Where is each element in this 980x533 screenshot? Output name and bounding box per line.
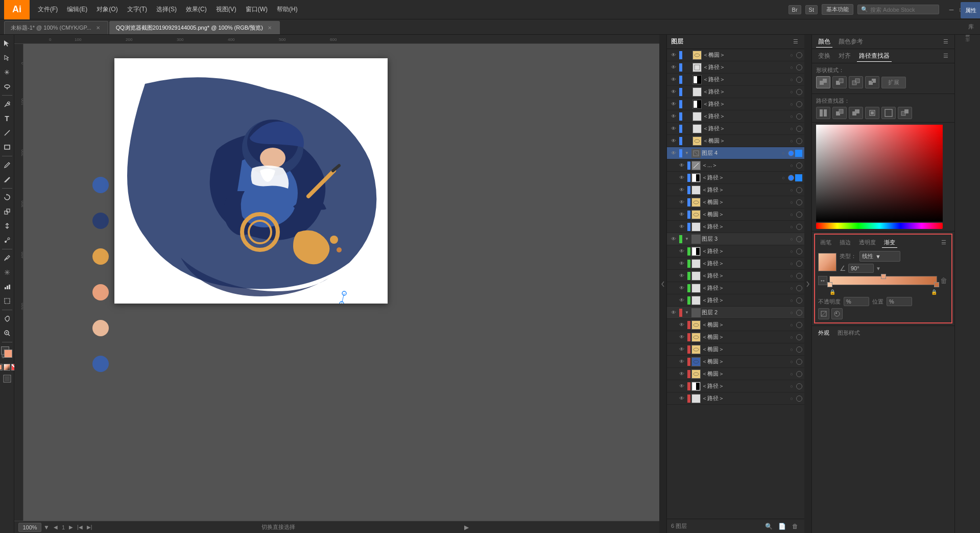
scale-tool[interactable] [1, 205, 14, 218]
layer-lock[interactable]: ○ [788, 236, 795, 243]
lasso-tool[interactable] [1, 80, 14, 93]
layer-item[interactable]: 👁 ＜路径＞ ○ [667, 61, 804, 74]
gradient-stop-left[interactable] [827, 282, 832, 287]
layer-lock[interactable]: ○ [788, 346, 795, 353]
layer-item[interactable]: 👁 ＜椭圆＞ ○ [667, 343, 804, 356]
layer-item[interactable]: 👁 ＜椭圆＞ ○ [667, 319, 804, 331]
swap-colors-btn[interactable]: ⇅ [1, 355, 5, 359]
merge-btn[interactable] [849, 107, 863, 119]
layer-target-filled[interactable] [788, 150, 794, 156]
layer-target[interactable] [796, 396, 802, 402]
layers-delete-btn[interactable]: 🗑 [790, 521, 800, 531]
crop-btn[interactable] [865, 107, 879, 119]
layer-item[interactable]: 👁 ＜路径＞ ○ [667, 86, 804, 98]
layer-visibility-toggle[interactable]: 👁 [677, 320, 686, 330]
layer-visibility-toggle[interactable]: 👁 [677, 382, 686, 391]
direct-selection-tool[interactable] [1, 51, 14, 64]
color-spectrum[interactable] [816, 125, 943, 222]
layer-target[interactable] [796, 212, 802, 218]
unite-btn[interactable] [816, 76, 830, 88]
layer-lock[interactable]: ○ [788, 199, 795, 206]
minus-back-btn[interactable] [898, 107, 912, 119]
layer-lock[interactable]: ○ [788, 321, 795, 329]
layer-item[interactable]: 👁 ＜椭圆＞ ○ [667, 331, 804, 343]
search-input[interactable] [870, 7, 931, 13]
layer-item[interactable]: 👁 ＜路径＞ ○ [667, 172, 804, 184]
layer-target[interactable] [796, 322, 802, 328]
canvas-viewport[interactable] [23, 44, 659, 521]
layer-target[interactable] [796, 64, 802, 71]
outline-btn[interactable] [881, 107, 896, 119]
gradient-reverse-btn[interactable]: ↔ [818, 276, 827, 285]
layer-target[interactable] [796, 199, 802, 205]
color-circle-blue1[interactable] [92, 177, 109, 193]
layer-lock[interactable]: ○ [788, 383, 795, 390]
color-tab[interactable]: 颜色 [816, 36, 832, 48]
layer-visibility-toggle[interactable]: 👁 [677, 198, 686, 207]
layer-visibility-toggle[interactable]: 👁 [677, 357, 686, 366]
menu-file[interactable]: 文件(F) [34, 3, 62, 16]
layer-item[interactable]: 👁 ＜路径＞ ○ [667, 123, 804, 135]
layer-item[interactable]: 👁 ＜椭圆＞ ○ [667, 135, 804, 147]
menu-effect[interactable]: 效果(C) [182, 3, 211, 16]
gradient-bar[interactable] [829, 276, 937, 285]
layer-lock[interactable]: ○ [788, 272, 795, 280]
artboard[interactable] [114, 58, 388, 304]
graphic-styles-tab[interactable]: 图形样式 [835, 328, 862, 338]
color-circle-gold[interactable] [92, 248, 109, 265]
layer-lock[interactable]: ○ [788, 248, 795, 255]
layers-search-btn[interactable]: 🔍 [763, 521, 774, 531]
layer-visibility-toggle[interactable]: 👁 [677, 247, 686, 256]
tab-close-untitled[interactable]: ✕ [94, 25, 102, 32]
layer-lock[interactable]: ○ [788, 113, 795, 120]
mesh-tool[interactable] [1, 266, 14, 279]
gradient-btn[interactable] [4, 364, 10, 370]
layer-expand-arrow[interactable]: ▼ [683, 150, 690, 157]
opacity-input[interactable] [844, 297, 869, 306]
layer-visibility-toggle[interactable]: 👁 [669, 75, 678, 84]
layer-group-3[interactable]: 👁 ▼ 图层 3 ○ [667, 233, 804, 245]
gradient-type-dropdown[interactable]: 线性 ▼ [859, 251, 900, 262]
change-screen-btn[interactable] [2, 374, 12, 384]
pencil-tool[interactable] [1, 173, 14, 186]
artboard-last-btn[interactable]: ▶| [87, 524, 92, 530]
layer-target[interactable] [796, 261, 802, 267]
search-box[interactable]: 🔍 [857, 5, 939, 14]
layer-lock[interactable]: ○ [780, 150, 787, 157]
right-panel-expand-btn[interactable] [804, 35, 811, 533]
layer-item[interactable]: 👁 ＜路径＞ ○ [667, 221, 804, 233]
paintbrush-tool[interactable] [1, 158, 14, 172]
solid-color-btn[interactable] [0, 364, 3, 370]
layer-visibility-toggle[interactable]: 👁 [669, 87, 678, 97]
trim-btn[interactable] [832, 107, 847, 119]
color-circle-peach[interactable] [92, 284, 109, 300]
hand-tool[interactable] [1, 312, 14, 326]
angle-dropdown-arrow[interactable]: ▼ [876, 266, 881, 271]
layer-item[interactable]: 👁 ＜路径＞ ○ [667, 270, 804, 282]
opacity-tab[interactable]: 透明度 [857, 238, 878, 248]
layer-target[interactable] [796, 52, 802, 58]
stock-btn[interactable]: St [805, 5, 818, 14]
transform-tab[interactable]: 变换 [816, 51, 832, 61]
layer-lock[interactable]: ○ [788, 309, 795, 316]
layer-target[interactable] [796, 273, 802, 279]
color-circle-blue2[interactable] [92, 356, 109, 372]
gradient-tab-active[interactable]: 渐变 [882, 238, 897, 248]
chart-tool[interactable] [1, 280, 14, 293]
tab-qq-screenshot[interactable]: QQ浏览器截图20190929144005.png* @ 100% (RGB/预… [109, 21, 280, 34]
layer-target[interactable] [796, 126, 802, 132]
width-tool[interactable] [1, 219, 14, 233]
tab-untitled[interactable]: 未标题-1* @ 100% (CMYK/GP... ✕ [4, 21, 108, 34]
layer-visibility-toggle[interactable]: 👁 [669, 51, 678, 60]
layer-lock[interactable]: ○ [788, 211, 795, 218]
layer-lock[interactable]: ○ [788, 101, 795, 108]
playback-btn[interactable]: ▶ [464, 524, 469, 531]
layer-target[interactable] [796, 346, 802, 353]
appearance-tab[interactable]: 外观 [816, 328, 831, 338]
pathfinder-tab[interactable]: 路径查找器 [857, 51, 892, 62]
magic-wand-tool[interactable]: ✳ [1, 65, 14, 79]
exclude-btn[interactable] [865, 76, 879, 88]
layer-visibility-toggle[interactable]: 👁 [669, 136, 678, 146]
layer-visibility-toggle[interactable]: 👁 [677, 271, 686, 281]
layer-lock[interactable]: ○ [788, 285, 795, 292]
